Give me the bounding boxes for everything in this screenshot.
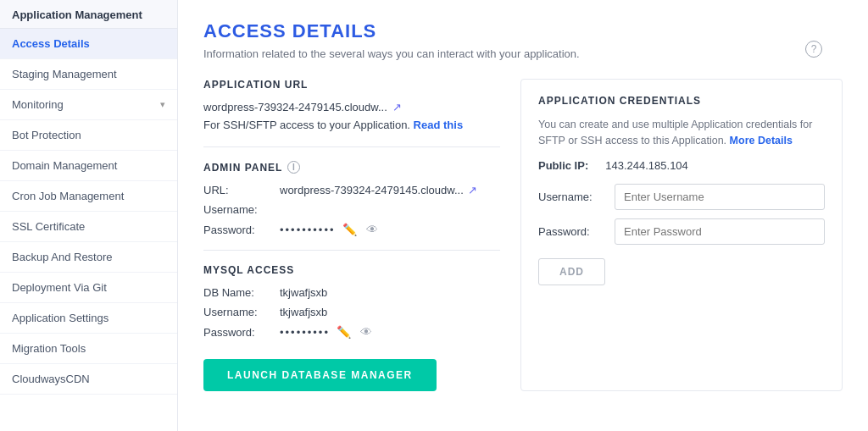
admin-external-link-icon[interactable]: ↗: [468, 184, 477, 196]
sidebar-item-bot-protection[interactable]: Bot Protection: [0, 120, 177, 151]
credentials-title: APPLICATION CREDENTIALS: [538, 95, 825, 107]
help-icon[interactable]: ?: [805, 41, 822, 58]
more-details-link[interactable]: More Details: [730, 135, 793, 146]
db-name-row: DB Name: tkjwafjsxb: [203, 286, 500, 299]
ssh-text: For SSH/SFTP access to your Application.…: [203, 119, 500, 131]
mysql-password-dots: •••••••••: [280, 326, 330, 339]
mysql-edit-password-btn[interactable]: ✏️: [334, 325, 353, 339]
mysql-username-value: tkjwafjsxb: [280, 306, 500, 318]
sidebar-item-label-migration-tools: Migration Tools: [12, 342, 86, 355]
sidebar: Application Management Access DetailsSta…: [0, 0, 178, 431]
sidebar-header: Application Management: [0, 0, 177, 29]
public-ip-label: Public IP:: [538, 159, 588, 172]
sidebar-item-monitoring[interactable]: Monitoring▾: [0, 90, 177, 120]
app-url-value: wordpress-739324-2479145.cloudw...: [203, 101, 387, 113]
creds-username-label: Username:: [538, 191, 615, 203]
mysql-password-row: Password: ••••••••• ✏️ 👁: [203, 325, 500, 339]
sidebar-item-label-ssl-certificate: SSL Certificate: [12, 220, 85, 233]
sidebar-item-label-domain-management: Domain Management: [12, 159, 117, 172]
sidebar-item-label-access-details: Access Details: [12, 37, 90, 50]
creds-username-row: Username:: [538, 184, 825, 210]
admin-url-row: URL: wordpress-739324-2479145.cloudw... …: [203, 184, 500, 196]
main-wrapper: ? ACCESS DETAILS Information related to …: [178, 0, 868, 431]
creds-password-input[interactable]: [615, 218, 825, 245]
page-title: ACCESS DETAILS: [203, 20, 843, 42]
sidebar-item-label-deployment-via-git: Deployment Via Git: [12, 281, 107, 294]
sidebar-item-access-details[interactable]: Access Details: [0, 29, 177, 59]
admin-edit-password-btn[interactable]: ✏️: [340, 223, 359, 236]
sidebar-item-domain-management[interactable]: Domain Management: [0, 151, 177, 181]
sidebar-item-deployment-via-git[interactable]: Deployment Via Git: [0, 273, 177, 303]
creds-password-row: Password:: [538, 218, 825, 245]
sidebar-item-label-cron-job-management: Cron Job Management: [12, 190, 124, 202]
sidebar-items: Access DetailsStaging ManagementMonitori…: [0, 29, 177, 395]
db-name-value: tkjwafjsxb: [280, 286, 500, 299]
admin-password-dots: ••••••••••: [280, 224, 336, 236]
sidebar-item-label-application-settings: Application Settings: [12, 312, 108, 324]
creds-password-label: Password:: [538, 225, 615, 238]
admin-show-password-btn[interactable]: 👁: [364, 223, 381, 236]
admin-username-row: Username:: [203, 203, 500, 216]
sidebar-item-label-backup-and-restore: Backup And Restore: [12, 251, 113, 263]
admin-username-label: Username:: [203, 203, 280, 216]
main-content: ? ACCESS DETAILS Information related to …: [178, 0, 868, 431]
admin-panel-info-icon[interactable]: i: [287, 161, 300, 174]
admin-password-row: Password: •••••••••• ✏️ 👁: [203, 223, 500, 236]
sidebar-item-label-bot-protection: Bot Protection: [12, 129, 81, 141]
db-name-label: DB Name:: [203, 286, 280, 299]
chevron-down-icon: ▾: [160, 99, 165, 110]
add-credentials-btn[interactable]: ADD: [538, 258, 605, 285]
sidebar-item-ssl-certificate[interactable]: SSL Certificate: [0, 212, 177, 242]
mysql-username-label: Username:: [203, 306, 280, 318]
mysql-username-row: Username: tkjwafjsxb: [203, 306, 500, 318]
mysql-title: MYSQL ACCESS: [203, 264, 500, 276]
mysql-section: MYSQL ACCESS DB Name: tkjwafjsxb Usernam…: [203, 264, 500, 339]
credentials-description: You can create and use multiple Applicat…: [538, 117, 825, 149]
admin-panel-title: ADMIN PANEL i: [203, 161, 500, 174]
sidebar-item-migration-tools[interactable]: Migration Tools: [0, 334, 177, 364]
sidebar-item-application-settings[interactable]: Application Settings: [0, 303, 177, 334]
admin-url-label: URL:: [203, 184, 280, 196]
sidebar-item-label-cloudwayscdn: CloudwaysCDN: [12, 373, 90, 385]
public-ip-row: Public IP: 143.244.185.104: [538, 159, 825, 172]
admin-password-label: Password:: [203, 224, 280, 236]
content-grid: APPLICATION URL wordpress-739324-2479145…: [203, 79, 843, 391]
divider-2: [203, 250, 500, 251]
sidebar-item-backup-and-restore[interactable]: Backup And Restore: [0, 242, 177, 273]
mysql-password-label: Password:: [203, 326, 280, 339]
public-ip-value: 143.244.185.104: [605, 159, 688, 172]
launch-database-manager-btn[interactable]: LAUNCH DATABASE MANAGER: [203, 359, 437, 391]
admin-url-value: wordpress-739324-2479145.cloudw... ↗: [280, 184, 500, 196]
sidebar-item-cron-job-management[interactable]: Cron Job Management: [0, 181, 177, 212]
sidebar-item-cloudwayscdn[interactable]: CloudwaysCDN: [0, 364, 177, 395]
left-column: APPLICATION URL wordpress-739324-2479145…: [203, 79, 500, 391]
creds-username-input[interactable]: [615, 184, 825, 210]
external-link-icon[interactable]: ↗: [392, 101, 402, 113]
sidebar-item-label-staging-management: Staging Management: [12, 68, 117, 80]
app-url-row: wordpress-739324-2479145.cloudw... ↗: [203, 101, 500, 113]
sidebar-item-label-monitoring: Monitoring: [12, 98, 64, 111]
page-subtitle: Information related to the several ways …: [203, 47, 843, 60]
mysql-show-password-btn[interactable]: 👁: [358, 325, 375, 339]
app-url-title: APPLICATION URL: [203, 79, 500, 91]
credentials-panel: APPLICATION CREDENTIALS You can create a…: [520, 79, 843, 391]
read-this-link[interactable]: Read this: [414, 119, 464, 131]
admin-panel-section: ADMIN PANEL i URL: wordpress-739324-2479…: [203, 161, 500, 236]
app-url-section: APPLICATION URL wordpress-739324-2479145…: [203, 79, 500, 131]
sidebar-item-staging-management[interactable]: Staging Management: [0, 59, 177, 90]
divider-1: [203, 146, 500, 147]
